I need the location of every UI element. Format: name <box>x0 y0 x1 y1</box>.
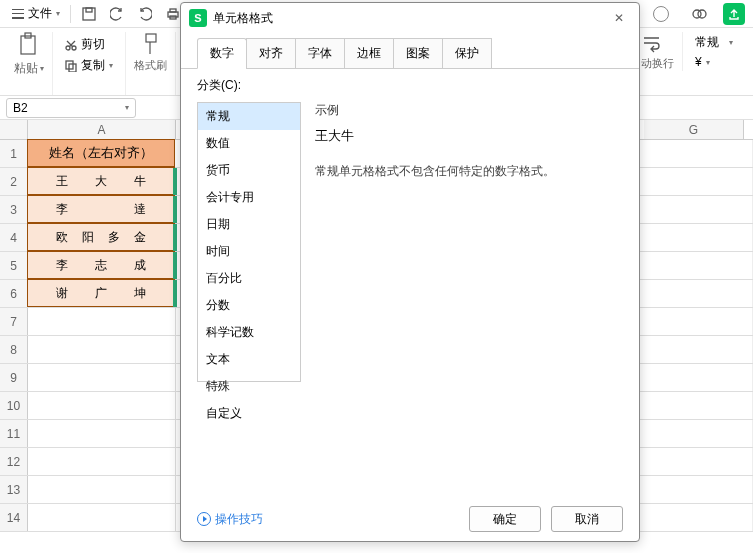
row-header[interactable]: 11 <box>0 420 28 447</box>
category-item[interactable]: 数值 <box>198 130 300 157</box>
row-header[interactable]: 6 <box>0 280 28 307</box>
cell-format-dialog: S 单元格格式 ✕ 数字对齐字体边框图案保护 分类(C): 常规数值货币会计专用… <box>180 2 640 542</box>
chevron-down-icon: ▾ <box>109 61 113 70</box>
cell[interactable]: 王 大 牛 <box>27 167 175 195</box>
cell[interactable] <box>28 392 176 419</box>
sample-value: 王大牛 <box>315 127 623 145</box>
category-item[interactable]: 特殊 <box>198 373 300 400</box>
tips-link[interactable]: 操作技巧 <box>197 511 263 528</box>
row-header[interactable]: 2 <box>0 168 28 195</box>
tab-字体[interactable]: 字体 <box>295 38 345 69</box>
copy-button[interactable]: 复制 ▾ <box>61 55 117 76</box>
cell[interactable]: 李 達 <box>27 195 175 223</box>
category-item[interactable]: 百分比 <box>198 265 300 292</box>
cut-button[interactable]: 剪切 <box>61 34 109 55</box>
number-format-select[interactable]: 常规 ▾ <box>691 32 737 53</box>
row-header[interactable]: 14 <box>0 504 28 531</box>
chevron-down-icon: ▾ <box>729 38 733 47</box>
app-s-icon: S <box>189 9 207 27</box>
undo-icon[interactable] <box>105 2 129 26</box>
tab-图案[interactable]: 图案 <box>393 38 443 69</box>
cell[interactable] <box>28 504 176 531</box>
row-header[interactable]: 5 <box>0 252 28 279</box>
row-header[interactable]: 12 <box>0 448 28 475</box>
svg-rect-7 <box>21 36 35 54</box>
user-avatar-icon[interactable] <box>649 2 673 26</box>
category-item[interactable]: 日期 <box>198 211 300 238</box>
scissors-icon <box>65 39 77 51</box>
redo-icon[interactable] <box>133 2 157 26</box>
save-icon[interactable] <box>77 2 101 26</box>
number-format-label: 常规 <box>695 34 719 51</box>
cell[interactable]: 谢 广 坤 <box>27 279 175 307</box>
row-header[interactable]: 3 <box>0 196 28 223</box>
chevron-down-icon: ▾ <box>125 103 129 112</box>
play-circle-icon <box>197 512 211 526</box>
close-button[interactable]: ✕ <box>607 11 631 25</box>
row-header[interactable]: 8 <box>0 336 28 363</box>
cell[interactable]: 李 志 成 <box>27 251 175 279</box>
category-item[interactable]: 自定义 <box>198 400 300 427</box>
row-header[interactable]: 9 <box>0 364 28 391</box>
copy-label: 复制 <box>81 57 105 74</box>
wrap-icon <box>641 32 663 54</box>
category-item[interactable]: 分数 <box>198 292 300 319</box>
tab-保护[interactable]: 保护 <box>442 38 492 69</box>
row-header[interactable]: 4 <box>0 224 28 251</box>
chevron-down-icon: ▾ <box>40 64 44 73</box>
row-header[interactable]: 1 <box>0 140 28 167</box>
column-header-G[interactable]: G <box>644 120 744 139</box>
paste-group[interactable]: 粘贴▾ <box>6 32 53 95</box>
cell[interactable]: 姓名（左右对齐） <box>27 139 175 167</box>
tab-边框[interactable]: 边框 <box>344 38 394 69</box>
collab-icon[interactable] <box>687 2 711 26</box>
cell[interactable] <box>28 448 176 475</box>
row-header[interactable]: 10 <box>0 392 28 419</box>
cell[interactable] <box>28 336 176 363</box>
name-box[interactable]: B2 ▾ <box>6 98 136 118</box>
category-item[interactable]: 科学记数 <box>198 319 300 346</box>
category-list: 常规数值货币会计专用日期时间百分比分数科学记数文本特殊自定义 <box>197 102 301 382</box>
tab-数字[interactable]: 数字 <box>197 38 247 69</box>
tips-label: 操作技巧 <box>215 511 263 528</box>
cell[interactable] <box>28 364 176 391</box>
svg-rect-0 <box>83 8 95 20</box>
copy-icon <box>65 60 77 72</box>
cell[interactable] <box>28 420 176 447</box>
category-item[interactable]: 会计专用 <box>198 184 300 211</box>
sample-label: 示例 <box>315 102 623 119</box>
svg-rect-3 <box>170 9 176 12</box>
cell[interactable] <box>28 308 176 335</box>
svg-rect-1 <box>86 8 92 12</box>
ok-button[interactable]: 确定 <box>469 506 541 532</box>
cell[interactable]: 欧 阳 多 金 <box>27 223 175 251</box>
tab-对齐[interactable]: 对齐 <box>246 38 296 69</box>
currency-symbol: ¥ <box>695 55 702 69</box>
category-label: 分类(C): <box>181 77 639 94</box>
chevron-down-icon: ▾ <box>706 58 710 67</box>
category-item[interactable]: 时间 <box>198 238 300 265</box>
select-all-corner[interactable] <box>0 120 28 139</box>
cancel-button[interactable]: 取消 <box>551 506 623 532</box>
currency-button[interactable]: ¥ ▾ <box>691 53 714 71</box>
hamburger-icon <box>12 9 24 19</box>
row-header[interactable]: 13 <box>0 476 28 503</box>
svg-point-6 <box>698 10 706 18</box>
format-painter-group[interactable]: 格式刷 <box>126 32 176 95</box>
dialog-title: 单元格格式 <box>213 10 273 27</box>
format-painter-label: 格式刷 <box>134 58 167 73</box>
chevron-down-icon: ▾ <box>56 9 60 18</box>
cell[interactable] <box>28 476 176 503</box>
file-menu[interactable]: 文件 ▾ <box>6 3 66 24</box>
share-button[interactable] <box>723 3 745 25</box>
category-item[interactable]: 文本 <box>198 346 300 373</box>
format-description: 常规单元格格式不包含任何特定的数字格式。 <box>315 163 623 180</box>
row-header[interactable]: 7 <box>0 308 28 335</box>
category-item[interactable]: 常规 <box>198 103 300 130</box>
svg-rect-13 <box>146 34 156 42</box>
brush-icon <box>141 32 161 56</box>
column-header-A[interactable]: A <box>28 120 176 139</box>
file-menu-label: 文件 <box>28 5 52 22</box>
category-item[interactable]: 货币 <box>198 157 300 184</box>
name-box-value: B2 <box>13 101 28 115</box>
